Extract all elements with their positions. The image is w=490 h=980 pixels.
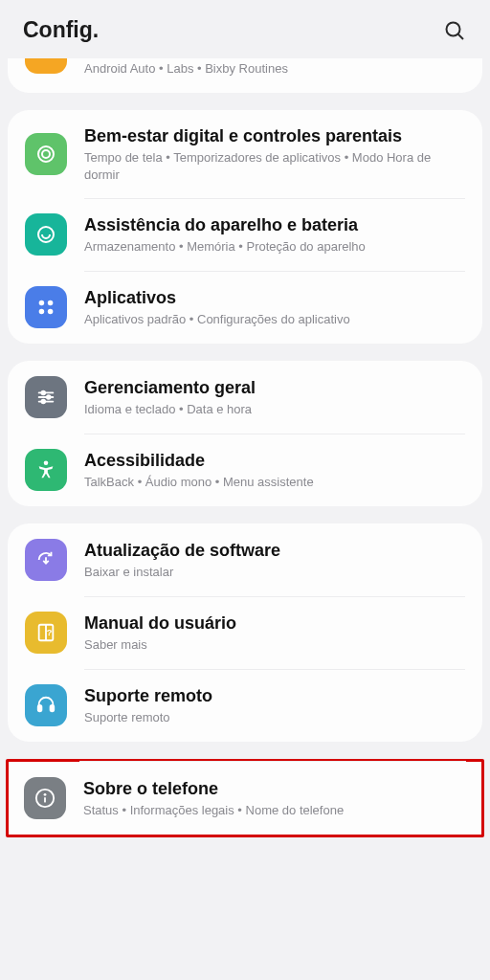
settings-item-sub: Tempo de tela • Temporizadores de aplica… [84, 149, 465, 183]
svg-point-23 [44, 793, 47, 796]
svg-point-8 [48, 309, 54, 315]
settings-item-sub: Aplicativos padrão • Configurações do ap… [84, 311, 465, 328]
svg-point-5 [39, 301, 45, 306]
settings-item-sub: Saber mais [84, 636, 465, 654]
svg-rect-24 [44, 797, 46, 803]
settings-item-title: Assistência do aparelho e bateria [84, 214, 465, 236]
settings-item-apps[interactable]: Aplicativos Aplicativos padrão • Configu… [8, 271, 482, 344]
accessibility-icon [25, 449, 67, 491]
settings-item-title: Bem-estar digital e controles parentais [84, 125, 465, 147]
svg-point-2 [38, 146, 54, 162]
svg-text:?: ? [47, 628, 53, 637]
settings-item-title: Atualização de software [84, 540, 465, 562]
svg-line-1 [458, 33, 464, 39]
settings-item-software-update[interactable]: Atualização de software Baixar e instala… [8, 523, 482, 596]
settings-header: Config. [0, 0, 490, 56]
settings-item-sub: Android Auto • Labs • Bixby Routines [84, 60, 465, 78]
svg-point-7 [39, 309, 45, 315]
settings-item-title: Suporte remoto [84, 685, 465, 707]
settings-item-device-care[interactable]: Assistência do aparelho e bateria Armaze… [8, 198, 482, 271]
settings-item-sub: Armazenamento • Memória • Proteção do ap… [84, 238, 465, 256]
search-button[interactable] [442, 18, 467, 43]
software-update-icon [25, 539, 67, 581]
device-care-icon [25, 213, 67, 256]
settings-group: Android Auto • Labs • Bixby Routines [8, 58, 482, 93]
settings-item-android-auto[interactable]: Android Auto • Labs • Bixby Routines [8, 58, 482, 93]
settings-item-accessibility[interactable]: Acessibilidade TalkBack • Áudio mono • M… [8, 434, 482, 506]
settings-item-title: Acessibilidade [84, 450, 465, 472]
settings-item-title: Manual do usuário [84, 612, 465, 635]
svg-point-15 [44, 461, 49, 466]
settings-item-user-manual[interactable]: ? Manual do usuário Saber mais [8, 596, 482, 669]
svg-point-13 [47, 395, 51, 399]
settings-item-sub: TalkBack • Áudio mono • Menu assistente [84, 474, 465, 491]
settings-item-sub: Suporte remoto [84, 709, 465, 726]
svg-point-12 [41, 391, 45, 395]
highlight-box: Sobre o telefone Status • Informações le… [6, 759, 484, 837]
svg-rect-21 [51, 705, 55, 711]
settings-item-sub: Idioma e teclado • Data e hora [84, 401, 465, 418]
settings-item-title: Gerenciamento geral [84, 377, 465, 399]
svg-rect-20 [38, 705, 42, 711]
settings-item-general-management[interactable]: Gerenciamento geral Idioma e teclado • D… [8, 361, 482, 434]
remote-support-icon [25, 684, 67, 726]
settings-item-title: Aplicativos [84, 287, 465, 309]
user-manual-icon: ? [25, 612, 67, 654]
settings-item-remote-support[interactable]: Suporte remoto Suporte remoto [8, 669, 482, 742]
settings-item-about-phone[interactable]: Sobre o telefone Status • Informações le… [9, 762, 481, 835]
wellbeing-icon [25, 133, 67, 175]
about-phone-icon [24, 777, 66, 819]
search-icon [443, 19, 466, 42]
svg-point-0 [447, 22, 460, 35]
settings-group: Gerenciamento geral Idioma e teclado • D… [8, 361, 482, 506]
svg-point-3 [42, 150, 50, 158]
svg-point-4 [38, 227, 54, 242]
settings-group: Bem-estar digital e controles parentais … [8, 110, 482, 345]
page-title: Config. [23, 17, 99, 43]
general-management-icon [25, 376, 67, 418]
svg-point-6 [48, 301, 54, 306]
settings-item-title: Sobre o telefone [83, 778, 466, 800]
settings-item-sub: Status • Informações legais • Nome do te… [83, 802, 466, 819]
settings-item-digital-wellbeing[interactable]: Bem-estar digital e controles parentais … [8, 110, 482, 199]
settings-item-sub: Baixar e instalar [84, 564, 465, 581]
apps-icon [25, 286, 67, 328]
svg-point-14 [41, 400, 45, 404]
android-auto-icon [25, 58, 67, 74]
settings-group: Atualização de software Baixar e instala… [8, 523, 482, 742]
